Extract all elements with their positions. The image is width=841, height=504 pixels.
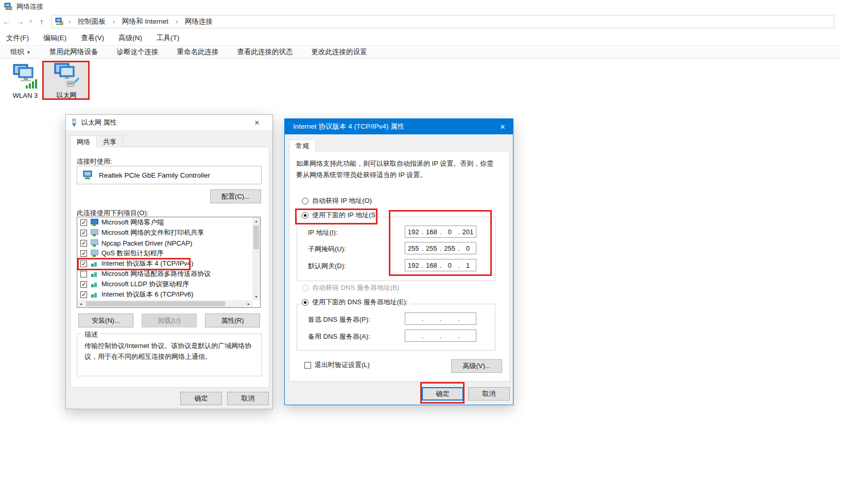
- item-checkbox[interactable]: [80, 271, 87, 277]
- ip-octet[interactable]: 168: [423, 228, 439, 236]
- ip-octet[interactable]: 201: [460, 228, 476, 236]
- menu-edit[interactable]: 编辑(E): [43, 33, 66, 43]
- scroll-up-icon[interactable]: ▲: [252, 217, 260, 224]
- dot-sep: .: [440, 332, 442, 340]
- menu-file[interactable]: 文件(F): [6, 33, 29, 43]
- ip-octet[interactable]: 255: [423, 245, 439, 252]
- description-text: 传输控制协议/Internet 协议。该协议是默认的广域网络协议，用于在不同的相…: [77, 334, 261, 362]
- radio-icon[interactable]: [302, 212, 308, 219]
- tab-network[interactable]: 网络: [70, 135, 97, 147]
- properties-button[interactable]: 属性(R): [205, 314, 260, 327]
- list-item[interactable]: Internet 协议版本 6 (TCP/IPv6): [77, 289, 252, 300]
- connection-ethernet[interactable]: 以太网: [43, 62, 90, 100]
- ip-octet[interactable]: 0: [442, 228, 458, 236]
- tab-sharing[interactable]: 共享: [96, 135, 123, 147]
- ok-button[interactable]: 确定: [180, 392, 222, 405]
- window-titlebar: 网络连接: [0, 0, 841, 13]
- cancel-button[interactable]: 取消: [227, 392, 269, 405]
- scroll-down-icon[interactable]: ▼: [252, 293, 260, 300]
- address-bar[interactable]: › 控制面板 › 网络和 Internet › 网络连接: [52, 15, 834, 28]
- list-item[interactable]: QoS 数据包计划程序: [77, 248, 252, 258]
- dot-sep: .: [458, 332, 460, 340]
- ok-button[interactable]: 确定: [422, 387, 464, 401]
- radio-manual-dns[interactable]: 使用下面的 DNS 服务器地址(E):: [302, 298, 411, 307]
- scroll-left-icon[interactable]: ◄: [77, 300, 84, 307]
- protocol-icon: [90, 281, 98, 288]
- history-dropdown-icon[interactable]: ˅: [27, 19, 35, 24]
- item-checkbox[interactable]: [80, 281, 87, 288]
- ip-octet[interactable]: 1: [460, 262, 476, 269]
- menu-tools[interactable]: 工具(T): [157, 33, 179, 43]
- preferred-dns-field[interactable]: . . .: [405, 312, 476, 325]
- ip-octet[interactable]: 255: [442, 245, 458, 252]
- diagnose-connection-button[interactable]: 诊断这个连接: [116, 47, 158, 57]
- items-list: Microsoft 网络客户端 Microsoft 网络的文件和打印机共享 Np…: [77, 217, 252, 300]
- ip-octet[interactable]: 168: [423, 262, 439, 269]
- advanced-button[interactable]: 高级(V)...: [451, 359, 502, 373]
- connection-label: WLAN 3: [2, 91, 48, 101]
- disable-device-button[interactable]: 禁用此网络设备: [49, 47, 98, 57]
- alternate-dns-field[interactable]: . . .: [405, 329, 476, 342]
- validate-on-exit-checkbox[interactable]: 退出时验证设置(L): [304, 360, 370, 370]
- folder-network-icon: [55, 18, 63, 26]
- gateway-field[interactable]: 192. 168. 0. 1: [405, 259, 476, 271]
- forward-icon[interactable]: →: [13, 17, 27, 26]
- scroll-right-icon[interactable]: ►: [245, 300, 252, 307]
- item-checkbox[interactable]: [80, 250, 87, 257]
- ip-octet[interactable]: 192: [405, 228, 421, 236]
- list-item[interactable]: Microsoft 网络客户端: [77, 217, 252, 228]
- ip-octet[interactable]: 0: [442, 262, 458, 269]
- organize-button[interactable]: 组织▼: [10, 47, 31, 57]
- dialog-title: 以太网 属性: [81, 118, 117, 127]
- scrollbar-thumb[interactable]: [86, 301, 225, 306]
- ethernet-properties-dialog: 以太网 属性 ✕ 网络 共享 连接时使用: Realtek PCIe GbE F…: [65, 114, 273, 409]
- radio-auto-ip[interactable]: 自动获得 IP 地址(O): [302, 196, 372, 205]
- tabstrip: 网络 共享: [70, 135, 123, 147]
- ip-address-field[interactable]: 192. 168. 0. 201: [405, 225, 476, 238]
- cancel-button[interactable]: 取消: [468, 387, 510, 401]
- view-status-button[interactable]: 查看此连接的状态: [237, 47, 293, 57]
- checkbox-icon[interactable]: [304, 362, 311, 369]
- item-checkbox[interactable]: [80, 240, 87, 247]
- rename-connection-button[interactable]: 重命名此连接: [177, 47, 218, 57]
- breadcrumb-network-connections[interactable]: 网络连接: [183, 16, 215, 27]
- item-checkbox[interactable]: [80, 260, 87, 267]
- ip-octet[interactable]: 255: [405, 245, 421, 252]
- item-checkbox[interactable]: [80, 291, 87, 298]
- back-icon[interactable]: ←: [0, 17, 13, 26]
- items-listbox[interactable]: Microsoft 网络客户端 Microsoft 网络的文件和打印机共享 Np…: [77, 217, 261, 308]
- menu-view[interactable]: 查看(V): [81, 33, 104, 43]
- radio-icon: [302, 285, 308, 291]
- install-button[interactable]: 安装(N)...: [78, 314, 133, 327]
- adapter-box: Realtek PCIe GbE Family Controller: [77, 166, 262, 184]
- configure-button[interactable]: 配置(C)...: [210, 189, 261, 203]
- radio-icon[interactable]: [302, 299, 308, 306]
- ip-octet[interactable]: 192: [405, 262, 421, 269]
- list-item-tcpipv4[interactable]: Internet 协议版本 4 (TCP/IPv4): [77, 258, 252, 269]
- list-item[interactable]: Npcap Packet Driver (NPCAP): [77, 238, 252, 248]
- gateway-label: 默认网关(D):: [308, 262, 346, 271]
- scrollbar-thumb[interactable]: [253, 225, 259, 249]
- dialog-titlebar[interactable]: 以太网 属性 ✕: [66, 115, 272, 130]
- subnet-mask-field[interactable]: 255. 255. 255. 0: [405, 242, 476, 254]
- menu-advanced[interactable]: 高级(N): [118, 33, 142, 43]
- item-checkbox[interactable]: [80, 230, 87, 236]
- horizontal-scrollbar[interactable]: ◄ ►: [77, 300, 252, 307]
- radio-manual-ip[interactable]: 使用下面的 IP 地址(S):: [302, 211, 383, 220]
- list-item[interactable]: Microsoft 网络的文件和打印机共享: [77, 228, 252, 238]
- vertical-scrollbar[interactable]: ▲ ▼: [252, 217, 260, 300]
- up-icon[interactable]: ↑: [35, 17, 48, 26]
- list-item[interactable]: Microsoft LLDP 协议驱动程序: [77, 279, 252, 289]
- close-icon[interactable]: ✕: [247, 115, 267, 130]
- list-item[interactable]: Microsoft 网络适配器多路传送器协议: [77, 269, 252, 279]
- change-settings-button[interactable]: 更改此连接的设置: [311, 47, 367, 57]
- wifi-adapter-icon: [10, 63, 40, 90]
- breadcrumb-control-panel[interactable]: 控制面板: [76, 16, 108, 27]
- connection-wlan3[interactable]: WLAN 3: [2, 63, 48, 101]
- item-label: Internet 协议版本 6 (TCP/IPv6): [101, 290, 193, 299]
- uninstall-button: 卸载(U): [142, 314, 197, 327]
- radio-icon[interactable]: [302, 198, 308, 204]
- ip-octet[interactable]: 0: [460, 245, 476, 252]
- breadcrumb-network-internet[interactable]: 网络和 Internet: [120, 16, 170, 27]
- item-checkbox[interactable]: [80, 219, 87, 226]
